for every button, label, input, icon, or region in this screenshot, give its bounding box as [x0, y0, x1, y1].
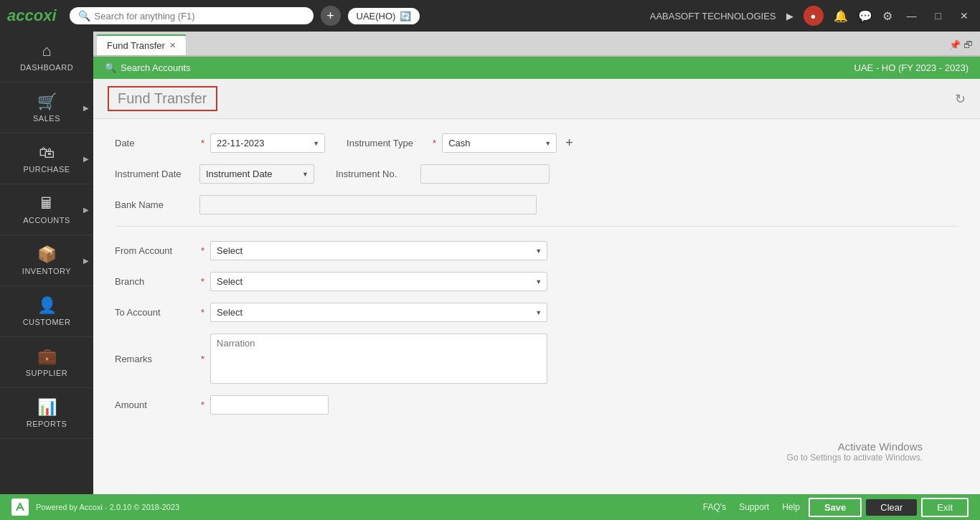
sidebar-item-purchase[interactable]: 🛍 PURCHASE ▶ [0, 133, 93, 184]
search-accounts-label: Search Accounts [121, 62, 191, 73]
company-selector[interactable]: UAE(HO) 🔄 [348, 8, 420, 24]
amount-required: * [201, 400, 204, 410]
help-button[interactable]: Help [778, 501, 804, 514]
branch-group: Branch * Select [115, 272, 547, 291]
avatar: ● [804, 6, 824, 26]
bank-name-label: Bank Name [115, 199, 194, 210]
clear-button[interactable]: Clear [866, 499, 917, 516]
branch-label: Branch [115, 276, 194, 287]
customer-icon: 👤 [37, 296, 57, 315]
sidebar-item-reports[interactable]: 📊 REPORTS [0, 388, 93, 439]
search-accounts-button[interactable]: 🔍 Search Accounts [105, 62, 191, 73]
form-container: Fund Transfer ↻ Date * 22-11-2023 [93, 79, 980, 494]
sidebar-item-dashboard[interactable]: ⌂ DASHBOARD [0, 32, 93, 82]
content-area: Fund Transfer ✕ 📌 🗗 🔍 Search Accounts UA… [93, 32, 980, 494]
amount-input[interactable] [210, 395, 329, 415]
notification-button[interactable]: 🔔 [834, 9, 848, 23]
tab-pin-icon[interactable]: 📌 [949, 39, 961, 50]
add-button[interactable]: + [321, 6, 341, 26]
search-input[interactable] [95, 11, 305, 22]
amount-row: Amount * [115, 395, 958, 415]
refresh-button[interactable]: ↻ [955, 91, 966, 107]
sidebar-item-label: DASHBOARD [20, 63, 73, 72]
sidebar-item-sales[interactable]: 🛒 SALES ▶ [0, 82, 93, 133]
instrument-no-input[interactable] [420, 164, 550, 184]
add-instrument-type-button[interactable]: + [565, 136, 573, 151]
save-button[interactable]: Save [809, 498, 862, 517]
sidebar: ⌂ DASHBOARD 🛒 SALES ▶ 🛍 PURCHASE ▶ 🖩 ACC… [0, 32, 93, 494]
amount-label: Amount [115, 400, 194, 410]
to-account-required: * [201, 307, 204, 318]
search-icon: 🔍 [78, 10, 90, 22]
supplier-icon: 💼 [37, 347, 57, 366]
sidebar-item-label: PURCHASE [23, 165, 70, 174]
maximize-button[interactable]: □ [931, 9, 946, 23]
from-account-select-wrapper: Select [210, 241, 547, 260]
date-select[interactable]: 22-11-2023 [210, 133, 325, 153]
instrument-type-group: Instrument Type * Cash Cheque DD + [347, 133, 573, 153]
search-box[interactable]: 🔍 [70, 7, 314, 24]
from-account-label: From Account [115, 245, 194, 256]
instrument-type-select-wrapper: Cash Cheque DD [442, 133, 557, 153]
instrument-type-select[interactable]: Cash Cheque DD [442, 133, 557, 153]
sidebar-item-label: REPORTS [27, 420, 67, 428]
powered-by-label: Powered by Accoxi - 2.0.10 © 2018-2023 [36, 503, 179, 511]
company-info: UAE - HO (FY 2023 - 2023) [854, 62, 969, 73]
company-select-value: UAE(HO) [357, 11, 396, 22]
branch-select[interactable]: Select [210, 272, 547, 291]
reports-icon: 📊 [37, 398, 57, 417]
green-header-bar: 🔍 Search Accounts UAE - HO (FY 2023 - 20… [93, 57, 980, 79]
sidebar-item-inventory[interactable]: 📦 INVENTORY ▶ [0, 235, 93, 286]
close-window-button[interactable]: ✕ [956, 9, 973, 23]
sidebar-item-customer[interactable]: 👤 CUSTOMER [0, 286, 93, 337]
from-account-select[interactable]: Select [210, 241, 547, 260]
message-button[interactable]: 💬 [858, 9, 872, 23]
chevron-right-icon: ▶ [83, 257, 89, 265]
date-required: * [201, 138, 204, 148]
form-body: Date * 22-11-2023 Instrument Type * [93, 119, 980, 440]
tab-restore-icon[interactable]: 🗗 [963, 39, 973, 50]
chevron-right-icon: ▶ [83, 104, 89, 112]
dashboard-icon: ⌂ [42, 42, 51, 60]
from-account-required: * [201, 245, 204, 256]
topbar-right: AABASOFT TECHNOLOGIES ▶ ● 🔔 💬 ⚙ — □ ✕ [650, 6, 973, 26]
bottom-bar: Powered by Accoxi - 2.0.10 © 2018-2023 F… [0, 494, 980, 520]
faq-button[interactable]: FAQ's [699, 501, 730, 514]
to-account-row: To Account * Select [115, 303, 958, 322]
exit-button[interactable]: Exit [921, 498, 969, 517]
remarks-textarea[interactable] [210, 334, 547, 384]
support-button[interactable]: Support [735, 501, 773, 514]
topbar: accoxi 🔍 + UAE(HO) 🔄 AABASOFT TECHNOLOGI… [0, 0, 980, 32]
app-logo: accoxi [7, 6, 57, 25]
instrument-date-select[interactable]: Instrument Date [199, 164, 314, 184]
bank-name-input[interactable] [199, 195, 537, 214]
to-account-select-wrapper: Select [210, 303, 547, 322]
branch-select-wrapper: Select [210, 272, 547, 291]
tab-fund-transfer[interactable]: Fund Transfer ✕ [96, 34, 187, 55]
date-instrument-row: Date * 22-11-2023 Instrument Type * [115, 133, 958, 153]
main-layout: ⌂ DASHBOARD 🛒 SALES ▶ 🛍 PURCHASE ▶ 🖩 ACC… [0, 32, 980, 494]
date-label: Date [115, 138, 194, 148]
arrow-icon: ▶ [786, 11, 793, 22]
minimize-button[interactable]: — [903, 9, 921, 23]
instrument-no-label: Instrument No. [336, 169, 415, 179]
sidebar-item-label: SUPPLIER [26, 369, 67, 377]
date-group: Date * 22-11-2023 [115, 133, 325, 153]
remarks-label: Remarks [115, 354, 194, 364]
remarks-required: * [201, 354, 204, 364]
sidebar-item-supplier[interactable]: 💼 SUPPLIER [0, 337, 93, 388]
accounts-icon: 🖩 [39, 194, 55, 213]
to-account-select[interactable]: Select [210, 303, 547, 322]
instrument-date-label: Instrument Date [115, 169, 194, 179]
bank-name-row: Bank Name [115, 195, 958, 214]
sidebar-item-accounts[interactable]: 🖩 ACCOUNTS ▶ [0, 184, 93, 235]
sidebar-item-label: SALES [33, 114, 60, 123]
tab-close-button[interactable]: ✕ [169, 41, 176, 50]
settings-button[interactable]: ⚙ [882, 9, 892, 23]
form-title-bar: Fund Transfer ↻ [93, 79, 980, 119]
to-account-label: To Account [115, 307, 194, 318]
company-name: AABASOFT TECHNOLOGIES [650, 11, 776, 22]
amount-group: Amount * [115, 395, 329, 415]
remarks-row: Remarks * [115, 334, 958, 384]
tab-label: Fund Transfer [107, 40, 165, 51]
